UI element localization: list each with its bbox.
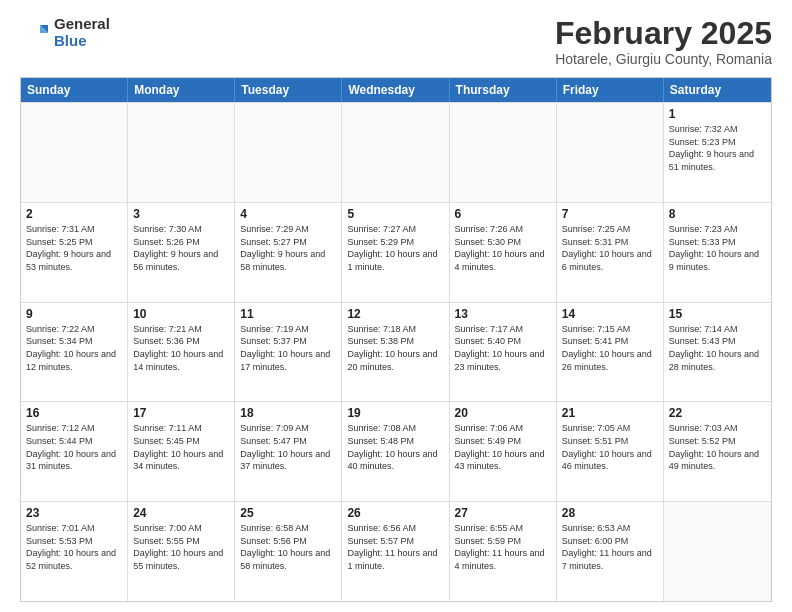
- logo: General Blue: [20, 16, 110, 49]
- calendar-body: 1Sunrise: 7:32 AM Sunset: 5:23 PM Daylig…: [21, 102, 771, 601]
- calendar-week: 9Sunrise: 7:22 AM Sunset: 5:34 PM Daylig…: [21, 302, 771, 402]
- calendar-cell: 17Sunrise: 7:11 AM Sunset: 5:45 PM Dayli…: [128, 402, 235, 501]
- calendar-cell: 18Sunrise: 7:09 AM Sunset: 5:47 PM Dayli…: [235, 402, 342, 501]
- calendar-cell: 24Sunrise: 7:00 AM Sunset: 5:55 PM Dayli…: [128, 502, 235, 601]
- calendar-cell: 26Sunrise: 6:56 AM Sunset: 5:57 PM Dayli…: [342, 502, 449, 601]
- main-title: February 2025: [555, 16, 772, 51]
- day-info: Sunrise: 7:25 AM Sunset: 5:31 PM Dayligh…: [562, 223, 658, 273]
- day-info: Sunrise: 7:06 AM Sunset: 5:49 PM Dayligh…: [455, 422, 551, 472]
- calendar-header-cell: Thursday: [450, 78, 557, 102]
- day-number: 26: [347, 506, 443, 520]
- day-number: 6: [455, 207, 551, 221]
- calendar-week: 23Sunrise: 7:01 AM Sunset: 5:53 PM Dayli…: [21, 501, 771, 601]
- calendar-cell: 11Sunrise: 7:19 AM Sunset: 5:37 PM Dayli…: [235, 303, 342, 402]
- day-info: Sunrise: 7:27 AM Sunset: 5:29 PM Dayligh…: [347, 223, 443, 273]
- day-number: 11: [240, 307, 336, 321]
- day-number: 10: [133, 307, 229, 321]
- calendar-cell: 1Sunrise: 7:32 AM Sunset: 5:23 PM Daylig…: [664, 103, 771, 202]
- calendar-cell: 22Sunrise: 7:03 AM Sunset: 5:52 PM Dayli…: [664, 402, 771, 501]
- calendar-cell: 15Sunrise: 7:14 AM Sunset: 5:43 PM Dayli…: [664, 303, 771, 402]
- day-number: 1: [669, 107, 766, 121]
- calendar-cell: [557, 103, 664, 202]
- day-info: Sunrise: 7:18 AM Sunset: 5:38 PM Dayligh…: [347, 323, 443, 373]
- day-number: 18: [240, 406, 336, 420]
- calendar-cell: 21Sunrise: 7:05 AM Sunset: 5:51 PM Dayli…: [557, 402, 664, 501]
- logo-text: General Blue: [54, 16, 110, 49]
- calendar-cell: 3Sunrise: 7:30 AM Sunset: 5:26 PM Daylig…: [128, 203, 235, 302]
- day-info: Sunrise: 7:30 AM Sunset: 5:26 PM Dayligh…: [133, 223, 229, 273]
- calendar-header-cell: Monday: [128, 78, 235, 102]
- day-number: 12: [347, 307, 443, 321]
- day-info: Sunrise: 6:55 AM Sunset: 5:59 PM Dayligh…: [455, 522, 551, 572]
- day-number: 17: [133, 406, 229, 420]
- day-number: 27: [455, 506, 551, 520]
- calendar-cell: 10Sunrise: 7:21 AM Sunset: 5:36 PM Dayli…: [128, 303, 235, 402]
- day-number: 28: [562, 506, 658, 520]
- day-number: 2: [26, 207, 122, 221]
- day-info: Sunrise: 7:05 AM Sunset: 5:51 PM Dayligh…: [562, 422, 658, 472]
- day-number: 15: [669, 307, 766, 321]
- calendar-week: 16Sunrise: 7:12 AM Sunset: 5:44 PM Dayli…: [21, 401, 771, 501]
- day-number: 8: [669, 207, 766, 221]
- day-info: Sunrise: 7:03 AM Sunset: 5:52 PM Dayligh…: [669, 422, 766, 472]
- header: General Blue February 2025 Hotarele, Giu…: [20, 16, 772, 67]
- calendar-cell: 27Sunrise: 6:55 AM Sunset: 5:59 PM Dayli…: [450, 502, 557, 601]
- day-info: Sunrise: 7:15 AM Sunset: 5:41 PM Dayligh…: [562, 323, 658, 373]
- calendar-cell: 7Sunrise: 7:25 AM Sunset: 5:31 PM Daylig…: [557, 203, 664, 302]
- calendar-cell: 6Sunrise: 7:26 AM Sunset: 5:30 PM Daylig…: [450, 203, 557, 302]
- day-info: Sunrise: 7:14 AM Sunset: 5:43 PM Dayligh…: [669, 323, 766, 373]
- day-info: Sunrise: 6:56 AM Sunset: 5:57 PM Dayligh…: [347, 522, 443, 572]
- day-info: Sunrise: 7:22 AM Sunset: 5:34 PM Dayligh…: [26, 323, 122, 373]
- calendar-header-cell: Wednesday: [342, 78, 449, 102]
- calendar: SundayMondayTuesdayWednesdayThursdayFrid…: [20, 77, 772, 602]
- calendar-cell: 20Sunrise: 7:06 AM Sunset: 5:49 PM Dayli…: [450, 402, 557, 501]
- day-number: 21: [562, 406, 658, 420]
- calendar-cell: 16Sunrise: 7:12 AM Sunset: 5:44 PM Dayli…: [21, 402, 128, 501]
- calendar-header: SundayMondayTuesdayWednesdayThursdayFrid…: [21, 78, 771, 102]
- day-number: 22: [669, 406, 766, 420]
- day-info: Sunrise: 7:12 AM Sunset: 5:44 PM Dayligh…: [26, 422, 122, 472]
- calendar-cell: [664, 502, 771, 601]
- day-number: 3: [133, 207, 229, 221]
- day-info: Sunrise: 7:00 AM Sunset: 5:55 PM Dayligh…: [133, 522, 229, 572]
- calendar-cell: 5Sunrise: 7:27 AM Sunset: 5:29 PM Daylig…: [342, 203, 449, 302]
- day-number: 19: [347, 406, 443, 420]
- day-info: Sunrise: 7:08 AM Sunset: 5:48 PM Dayligh…: [347, 422, 443, 472]
- day-info: Sunrise: 7:21 AM Sunset: 5:36 PM Dayligh…: [133, 323, 229, 373]
- day-number: 20: [455, 406, 551, 420]
- subtitle: Hotarele, Giurgiu County, Romania: [555, 51, 772, 67]
- day-number: 14: [562, 307, 658, 321]
- day-info: Sunrise: 7:01 AM Sunset: 5:53 PM Dayligh…: [26, 522, 122, 572]
- day-number: 5: [347, 207, 443, 221]
- calendar-cell: 13Sunrise: 7:17 AM Sunset: 5:40 PM Dayli…: [450, 303, 557, 402]
- day-number: 24: [133, 506, 229, 520]
- calendar-cell: 28Sunrise: 6:53 AM Sunset: 6:00 PM Dayli…: [557, 502, 664, 601]
- day-number: 16: [26, 406, 122, 420]
- day-info: Sunrise: 7:23 AM Sunset: 5:33 PM Dayligh…: [669, 223, 766, 273]
- calendar-cell: [235, 103, 342, 202]
- day-info: Sunrise: 7:26 AM Sunset: 5:30 PM Dayligh…: [455, 223, 551, 273]
- logo-icon: [20, 19, 48, 47]
- calendar-cell: [128, 103, 235, 202]
- calendar-cell: [21, 103, 128, 202]
- calendar-header-cell: Tuesday: [235, 78, 342, 102]
- calendar-cell: 12Sunrise: 7:18 AM Sunset: 5:38 PM Dayli…: [342, 303, 449, 402]
- calendar-header-cell: Sunday: [21, 78, 128, 102]
- calendar-cell: 23Sunrise: 7:01 AM Sunset: 5:53 PM Dayli…: [21, 502, 128, 601]
- day-info: Sunrise: 7:32 AM Sunset: 5:23 PM Dayligh…: [669, 123, 766, 173]
- calendar-cell: 9Sunrise: 7:22 AM Sunset: 5:34 PM Daylig…: [21, 303, 128, 402]
- day-info: Sunrise: 7:31 AM Sunset: 5:25 PM Dayligh…: [26, 223, 122, 273]
- day-info: Sunrise: 7:09 AM Sunset: 5:47 PM Dayligh…: [240, 422, 336, 472]
- calendar-header-cell: Saturday: [664, 78, 771, 102]
- calendar-cell: [342, 103, 449, 202]
- logo-blue-text: Blue: [54, 33, 110, 50]
- calendar-cell: 14Sunrise: 7:15 AM Sunset: 5:41 PM Dayli…: [557, 303, 664, 402]
- day-number: 9: [26, 307, 122, 321]
- day-info: Sunrise: 7:11 AM Sunset: 5:45 PM Dayligh…: [133, 422, 229, 472]
- day-number: 4: [240, 207, 336, 221]
- logo-general-text: General: [54, 16, 110, 33]
- day-info: Sunrise: 7:19 AM Sunset: 5:37 PM Dayligh…: [240, 323, 336, 373]
- day-number: 23: [26, 506, 122, 520]
- calendar-cell: 25Sunrise: 6:58 AM Sunset: 5:56 PM Dayli…: [235, 502, 342, 601]
- page: General Blue February 2025 Hotarele, Giu…: [0, 0, 792, 612]
